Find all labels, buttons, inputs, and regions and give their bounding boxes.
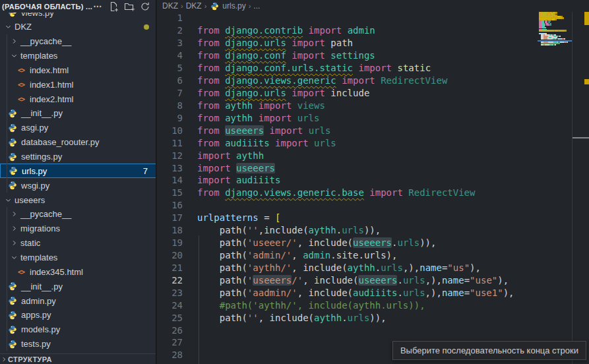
code-line-22[interactable]: 22 path('useeers/', include(useeers.urls…: [157, 274, 538, 286]
tree-item-templates[interactable]: templates: [0, 49, 156, 63]
overview-ruler-mark: [573, 137, 589, 138]
line-content: from django.conf import settings: [197, 50, 375, 61]
line-number: 7: [157, 88, 197, 98]
line-content: from django.contrib import admin: [197, 25, 375, 36]
code-line-12[interactable]: 12import aythh: [157, 149, 538, 162]
new-folder-button[interactable]: [124, 1, 135, 12]
code-line-7[interactable]: 7from django.urls import include: [157, 87, 538, 100]
breadcrumb-item-folder[interactable]: DKZ: [186, 1, 202, 11]
minimap[interactable]: [538, 0, 572, 364]
tree-item-pycache[interactable]: __pycache__: [0, 207, 156, 222]
code-line-1[interactable]: 1: [157, 12, 538, 24]
file-label: __init__.py: [21, 108, 63, 118]
tree-item-index-html[interactable]: <>index.html: [0, 63, 156, 77]
code-line-14[interactable]: 14import audiiits: [157, 174, 538, 187]
folder-label: __pycache__: [20, 209, 71, 219]
refresh-button[interactable]: [140, 1, 150, 12]
tree-item-index1-html[interactable]: <>index1.html: [0, 77, 156, 92]
tree-item-static[interactable]: static: [0, 236, 156, 251]
line-number: 17: [157, 212, 197, 223]
file-label: tests.py: [21, 339, 51, 349]
code-line-17[interactable]: 17urlpatterns = [: [157, 212, 538, 224]
outline-title: СТРУКТУРА: [8, 355, 52, 363]
collapse-all-button[interactable]: [156, 1, 156, 12]
line-content: import useeers: [197, 163, 275, 173]
tree-item-models-py[interactable]: models.py: [0, 322, 156, 337]
code-line-26[interactable]: 26: [157, 324, 538, 336]
folder-label: templates: [20, 253, 57, 262]
code-line-19[interactable]: 19 path('useeer/', include(useeers.urls)…: [157, 237, 538, 249]
code-line-2[interactable]: 2from django.contrib import admin: [157, 24, 538, 37]
line-content: from django.urls import include: [197, 88, 369, 98]
chevron-down-icon: [9, 51, 19, 61]
code-line-8[interactable]: 8from aythh import views: [157, 99, 538, 111]
tree-item-templates[interactable]: templates: [0, 250, 156, 264]
code-line-16[interactable]: 16: [157, 199, 538, 212]
tree-item-init-py[interactable]: __init__.py: [0, 106, 156, 121]
code-line-20[interactable]: 20 path('admin/', admin.site.urls),: [157, 249, 538, 262]
code-line-9[interactable]: 9from aythh import urls: [157, 111, 538, 124]
outline-section-header[interactable]: СТРУКТУРА: [0, 353, 156, 364]
code-line-11[interactable]: 11from audiiits import urls: [157, 136, 538, 149]
code-line-4[interactable]: 4from django.conf import settings: [157, 49, 538, 62]
explorer-header: (РАБОЧАЯ ОБЛАСТЬ) ... ⋯: [0, 0, 156, 13]
code-line-24[interactable]: 24 #path('aythh/', include(aythh.urls)),: [157, 299, 538, 311]
file-label: database_roouter.py: [21, 137, 100, 147]
tree-item-admin-py[interactable]: admin.py: [0, 293, 156, 308]
more-actions-icon[interactable]: ⋯: [92, 1, 103, 12]
line-number: 26: [157, 325, 197, 336]
workspace-title: (РАБОЧАЯ ОБЛАСТЬ) ...: [2, 3, 92, 11]
breadcrumb-item-symbol[interactable]: ...: [253, 1, 260, 11]
tree-item-useeers[interactable]: useeers: [0, 193, 156, 207]
code-line-10[interactable]: 10from useeers import urls: [157, 124, 538, 136]
code-lines: 12from django.contrib import admin3from …: [157, 12, 538, 361]
refresh-icon: [140, 1, 150, 12]
code-line-21[interactable]: 21 path('aythh/', include(aythh.urls,),n…: [157, 261, 538, 274]
code-line-6[interactable]: 6from django.views.generic import Redire…: [157, 75, 538, 87]
code-line-3[interactable]: 3from django.urls import path: [157, 37, 538, 49]
chevron-separator-icon: ›: [249, 2, 251, 10]
code-line-5[interactable]: 5from django.conf.urls.static import sta…: [157, 62, 538, 75]
code-editor[interactable]: 12from django.contrib import admin3from …: [157, 12, 538, 364]
line-number: 28: [157, 349, 197, 360]
tree-item-asgi-py[interactable]: asgi.py: [0, 121, 156, 135]
code-line-15[interactable]: 15from django.views.generic.base import …: [157, 187, 538, 199]
tree-item-pycache[interactable]: __pycache__: [0, 34, 156, 49]
html-file-icon: <>: [16, 79, 26, 90]
line-content: path('aadmin/', include(audiiits.urls,),…: [197, 288, 514, 298]
code-line-18[interactable]: 18 path('',include(aythh.urls)),: [157, 224, 538, 237]
line-content: path('',include(aythh.urls)),: [197, 225, 381, 235]
line-content: from useeers import urls: [197, 125, 330, 136]
line-content: from aythh import urls: [197, 113, 319, 123]
tree-item-index345-html[interactable]: <>index345.html: [0, 264, 156, 279]
collapse-all-icon: [156, 1, 156, 12]
code-line-23[interactable]: 23 path('aadmin/', include(audiiits.urls…: [157, 286, 538, 299]
overview-ruler[interactable]: [572, 0, 589, 364]
tree-item-index2-html[interactable]: <>index2.html: [0, 92, 156, 106]
line-number: 16: [157, 200, 197, 210]
tree-item-urls-py[interactable]: urls.py7: [0, 164, 156, 178]
code-line-25[interactable]: 25 path('', include(aythh.urls)),: [157, 311, 538, 324]
line-content: from django.views.generic.base import Re…: [197, 187, 475, 198]
line-number: 24: [157, 300, 197, 311]
file-label: admin.py: [21, 296, 56, 306]
new-file-button[interactable]: [108, 1, 119, 12]
tree-item-migrations[interactable]: migrations: [0, 222, 156, 236]
tree-item-settings-py[interactable]: settings.py: [0, 150, 156, 164]
line-content: from audiiits import urls: [197, 138, 336, 148]
code-line-13[interactable]: 13import useeers: [157, 162, 538, 174]
tree-item-database-roouter-py[interactable]: database_roouter.py: [0, 135, 156, 150]
breadcrumb-item-project[interactable]: DKZ: [162, 1, 178, 11]
tree-item-apps-py[interactable]: apps.py: [0, 308, 156, 322]
line-number: 12: [157, 150, 197, 161]
tree-item-tests-py[interactable]: tests.py: [0, 337, 156, 351]
file-label: index345.html: [30, 267, 83, 277]
breadcrumb-item-file[interactable]: urls.py: [222, 1, 245, 11]
line-number: 23: [157, 288, 197, 298]
python-file-icon: [7, 310, 18, 320]
tree-item-init-py[interactable]: __init__.py: [0, 279, 156, 293]
tree-item-dkz[interactable]: DKZ: [0, 20, 156, 34]
line-number: 5: [157, 63, 197, 73]
tree-item-wsgi-py[interactable]: wsgi.py: [0, 178, 156, 193]
file-tree[interactable]: views.pyDKZ__pycache__templates<>index.h…: [0, 0, 156, 351]
